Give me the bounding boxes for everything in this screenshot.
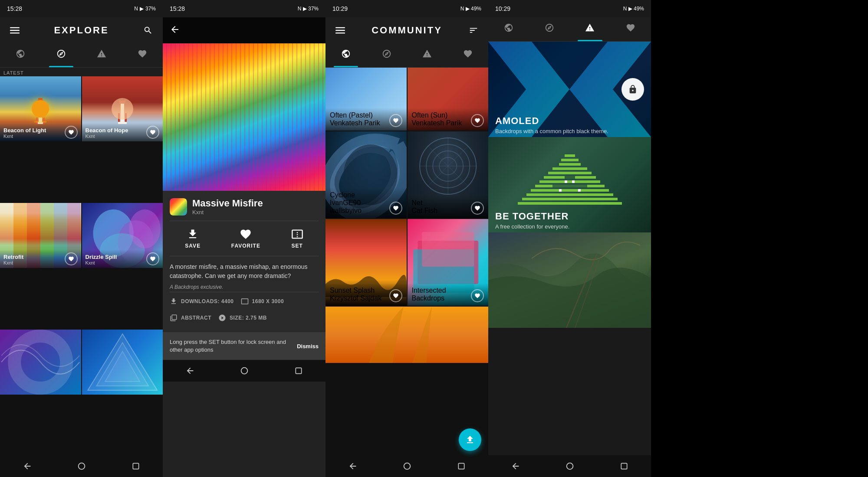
system-nav-3 [326, 455, 488, 477]
favorite-action[interactable]: FAVORITE [231, 228, 260, 249]
comm-tab-triangle[interactable] [407, 43, 448, 67]
save-action[interactable]: SAVE [185, 228, 201, 249]
status-bar-4: 10:29 N ▶ 49% [488, 0, 651, 17]
beacon-light-heart[interactable] [65, 126, 78, 139]
yellow-palm-item[interactable] [326, 307, 488, 363]
comm-tab-heart[interactable] [447, 43, 488, 67]
detail-wallpaper-name: Massive Misfire [192, 198, 263, 209]
back-nav-4[interactable] [509, 460, 522, 473]
often-pastel-heart[interactable] [389, 114, 402, 127]
intersected-label: Intersected Backdrops [408, 283, 489, 306]
status-bar-3: 10:29 N ▶ 49% [326, 0, 488, 17]
intersected-heart[interactable] [471, 289, 484, 302]
svg-rect-57 [531, 189, 609, 192]
backdrops-author: Backdrops [412, 294, 446, 302]
recents-nav-4[interactable] [618, 460, 631, 473]
status-icons-2: N ▶ 37% [298, 6, 319, 12]
catfish-author: Cat Fish [412, 207, 438, 215]
home-nav-2[interactable] [238, 364, 251, 377]
amoled-title: AMOLED [495, 115, 539, 127]
svg-rect-59 [522, 198, 618, 200]
beacon-hope-label: Beacon of Hope Kxnt [82, 123, 163, 141]
section-label-latest: LATEST [0, 68, 163, 76]
system-nav-2 [163, 360, 326, 382]
tab-compass[interactable] [41, 43, 82, 67]
status-bar-1: 15:28 N ▶ 37% [0, 0, 163, 17]
battery-icon: 37% [145, 6, 156, 12]
home-nav-4[interactable] [563, 460, 576, 473]
be-together-subtitle: A free collection for everyone. [495, 223, 569, 230]
retrofit-label: Retrofit Kxnt [0, 250, 81, 268]
detail-author: Kxnt [192, 209, 263, 216]
detail-info: Massive Misfire Kxnt SAVE FAVORITE SET A… [163, 191, 326, 332]
svg-rect-73 [621, 463, 627, 469]
coll-tab-global[interactable] [488, 17, 529, 41]
net-heart[interactable] [471, 202, 484, 215]
be-together-card[interactable]: BE TOGETHER A free collection for everyo… [488, 137, 651, 232]
amoled-lock[interactable] [621, 78, 644, 101]
amoled-card[interactable]: AMOLED Backdrops with a common pitch bla… [488, 42, 651, 137]
dismiss-button[interactable]: Dismiss [297, 343, 319, 350]
cyclone-heart[interactable] [389, 202, 402, 215]
wallpaper-beacon-light[interactable]: Beacon of Light Kxnt [0, 76, 81, 141]
net-catfish-label: Net Cat Fish [408, 196, 489, 218]
wallpaper-retrofit[interactable]: Retrofit Kxnt [0, 203, 81, 268]
svg-rect-51 [557, 163, 583, 166]
often-pastel-item[interactable]: Often (Pastel) Venkatesh Parik [326, 68, 407, 131]
detail-hero [163, 43, 326, 191]
detail-screen: 15:28 N ▶ 37% Massive Misfire Kxnt [163, 0, 326, 477]
community-filter-button[interactable] [466, 23, 481, 38]
often-sun-item[interactable]: Often (Sun) Venkatesh Parik [408, 68, 489, 131]
coll-tab-heart[interactable] [610, 17, 651, 41]
aerial-card[interactable] [488, 232, 651, 328]
often-sun-label: Often (Sun) Venkatesh Parik [408, 108, 489, 131]
recents-nav[interactable] [129, 460, 142, 473]
beacon-hope-heart[interactable] [146, 126, 159, 139]
tab-heart[interactable] [122, 43, 163, 67]
wallpaper-beacon-hope[interactable]: Beacon of Hope Kxnt [82, 76, 163, 141]
detail-description: A monster misfire, a massive mishap, an … [170, 256, 319, 282]
community-title: COMMUNITY [372, 25, 442, 36]
beacon-light-label: Beacon of Light Kxnt [0, 123, 81, 141]
back-nav-2[interactable] [184, 364, 197, 377]
drizzle-heart[interactable] [146, 252, 159, 265]
coll-tab-compass[interactable] [529, 17, 570, 41]
wallpaper-abstract1[interactable] [0, 330, 81, 395]
status-bar-2: 15:28 N ▶ 37% [163, 0, 326, 17]
time-3: 10:29 [332, 5, 348, 12]
drizzle-label: Drizzle Spill Kxnt [82, 250, 163, 268]
often-sun-heart[interactable] [471, 114, 484, 127]
tab-triangle[interactable] [82, 43, 122, 67]
collections-nav-tabs [488, 17, 651, 42]
cyclone-item[interactable]: Cyclone IvanGE90 wallsbyivo [326, 131, 407, 218]
recents-nav-2[interactable] [292, 364, 305, 377]
wallpaper-drizzle[interactable]: Drizzle Spill Kxnt [82, 203, 163, 268]
coll-tab-triangle[interactable] [570, 17, 611, 41]
sunset-heart[interactable] [389, 289, 402, 302]
home-nav[interactable] [75, 460, 88, 473]
collections-scroll: AMOLED Backdrops with a common pitch bla… [488, 42, 651, 455]
tab-global[interactable] [0, 43, 41, 67]
comm-tab-compass[interactable] [366, 43, 407, 67]
set-action[interactable]: SET [291, 228, 303, 249]
wallpaper-abstract2[interactable] [82, 330, 163, 395]
search-button[interactable] [140, 23, 156, 38]
back-nav[interactable] [21, 460, 34, 473]
wifi-icon: ▶ [140, 6, 144, 12]
back-button[interactable] [170, 24, 180, 36]
back-nav-3[interactable] [346, 460, 359, 473]
svg-point-26 [241, 368, 247, 374]
svg-rect-2 [10, 33, 20, 33]
community-menu-button[interactable] [332, 23, 348, 38]
fab-upload[interactable] [459, 428, 481, 451]
comm-tab-global[interactable] [326, 43, 366, 67]
sunset-splash-item[interactable]: Sunset Splash Krzysztof Sajdak [326, 219, 407, 306]
intersected-item[interactable]: Intersected Backdrops [408, 219, 489, 306]
svg-rect-49 [565, 154, 575, 157]
svg-rect-42 [422, 232, 474, 267]
retrofit-heart[interactable] [65, 252, 78, 265]
net-catfish-item[interactable]: Net Cat Fish [408, 131, 489, 218]
menu-button[interactable] [7, 23, 23, 38]
recents-nav-3[interactable] [455, 460, 468, 473]
home-nav-3[interactable] [401, 460, 414, 473]
